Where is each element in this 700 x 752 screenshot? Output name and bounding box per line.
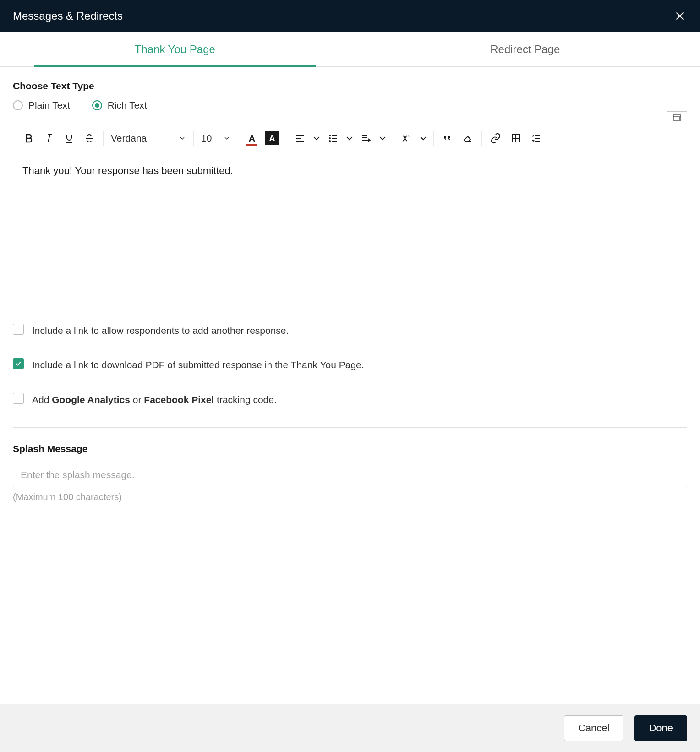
tab-thank-you-page[interactable]: Thank You Page xyxy=(0,32,350,66)
splash-message-hint: (Maximum 100 characters) xyxy=(13,492,687,502)
radio-rich-text[interactable]: Rich Text xyxy=(92,100,147,111)
tab-bar: Thank You Page Redirect Page xyxy=(0,32,700,67)
radio-label-plain: Plain Text xyxy=(28,100,70,111)
splash-message-label: Splash Message xyxy=(13,443,687,454)
chevron-down-icon xyxy=(179,135,186,142)
cancel-button[interactable]: Cancel xyxy=(564,715,623,741)
checkbox-label: Add Google Analytics or Facebook Pixel t… xyxy=(32,393,277,406)
checkbox-label: Include a link to allow respondents to a… xyxy=(32,324,289,337)
close-button[interactable] xyxy=(673,9,687,23)
expand-icon xyxy=(673,114,681,121)
close-icon xyxy=(674,10,686,22)
dialog-title: Messages & Redirects xyxy=(13,10,123,22)
underline-icon xyxy=(64,133,75,144)
link-button[interactable] xyxy=(486,128,506,148)
font-size-value: 10 xyxy=(201,133,212,144)
highlight-icon: A xyxy=(265,131,279,145)
chevron-down-icon xyxy=(418,133,429,144)
toolbar-separator xyxy=(433,131,434,146)
content-area: Choose Text Type Plain Text Rich Text Ve… xyxy=(0,67,700,704)
text-type-radio-group: Plain Text Rich Text xyxy=(13,100,687,111)
chevron-down-icon xyxy=(223,135,230,142)
font-color-button[interactable]: A xyxy=(242,128,262,148)
bold-button[interactable] xyxy=(19,128,39,148)
toolbar-separator xyxy=(238,131,238,146)
radio-icon xyxy=(13,100,23,110)
font-color-icon: A xyxy=(249,133,255,144)
svg-text:2: 2 xyxy=(408,134,410,138)
done-button[interactable]: Done xyxy=(634,715,687,741)
italic-button[interactable] xyxy=(39,128,59,148)
checkbox-add-another-response[interactable]: Include a link to allow respondents to a… xyxy=(13,324,687,337)
checkbox-label: Include a link to download PDF of submit… xyxy=(32,358,364,371)
line-height-button[interactable] xyxy=(526,128,546,148)
toolbar-separator xyxy=(286,131,286,146)
chevron-down-icon xyxy=(344,133,355,144)
svg-point-20 xyxy=(329,141,330,142)
toolbar-separator xyxy=(393,131,393,146)
align-left-icon xyxy=(295,133,306,144)
rich-text-editor-wrap: Verdana 10 A A xyxy=(13,124,687,309)
tab-redirect-page[interactable]: Redirect Page xyxy=(350,32,700,66)
dialog-header: Messages & Redirects xyxy=(0,0,700,32)
editor-content[interactable]: Thank you! Your response has been submit… xyxy=(13,153,687,309)
rich-text-editor: Verdana 10 A A xyxy=(13,124,687,309)
toolbar-separator xyxy=(481,131,482,146)
check-icon xyxy=(15,360,22,367)
quote-icon xyxy=(442,133,453,144)
strikethrough-button[interactable] xyxy=(79,128,99,148)
dialog-footer: Cancel Done xyxy=(0,704,700,752)
font-family-value: Verdana xyxy=(111,133,147,144)
italic-icon xyxy=(44,133,55,144)
script-button[interactable]: 2 xyxy=(397,128,430,148)
checkbox-tracking-code[interactable]: Add Google Analytics or Facebook Pixel t… xyxy=(13,393,687,406)
underline-button[interactable] xyxy=(59,128,79,148)
font-family-select[interactable]: Verdana xyxy=(107,133,190,144)
table-button[interactable] xyxy=(506,128,526,148)
radio-icon xyxy=(92,100,102,110)
svg-point-18 xyxy=(329,135,330,136)
checkbox-icon xyxy=(13,393,24,404)
chevron-down-icon xyxy=(377,133,388,144)
text-direction-icon xyxy=(361,133,372,144)
svg-point-19 xyxy=(329,138,330,139)
svg-line-9 xyxy=(48,135,50,142)
text-type-label: Choose Text Type xyxy=(13,81,687,92)
text-direction-button[interactable] xyxy=(356,128,389,148)
checkbox-icon xyxy=(13,324,24,335)
blockquote-button[interactable] xyxy=(438,128,458,148)
strikethrough-icon xyxy=(84,133,95,144)
checkbox-download-pdf[interactable]: Include a link to download PDF of submit… xyxy=(13,358,687,371)
radio-plain-text[interactable]: Plain Text xyxy=(13,100,70,111)
superscript-icon: 2 xyxy=(401,133,412,144)
clear-format-button[interactable] xyxy=(458,128,478,148)
section-divider xyxy=(13,427,687,428)
list-icon xyxy=(328,133,339,144)
toolbar-separator xyxy=(193,131,194,146)
splash-message-input[interactable] xyxy=(13,463,687,487)
editor-toolbar: Verdana 10 A A xyxy=(13,124,687,153)
list-button[interactable] xyxy=(323,128,356,148)
table-icon xyxy=(510,133,521,144)
eraser-icon xyxy=(462,133,473,144)
toolbar-separator xyxy=(103,131,104,146)
align-button[interactable] xyxy=(290,128,323,148)
font-size-select[interactable]: 10 xyxy=(197,133,234,144)
link-icon xyxy=(490,133,501,144)
line-height-icon xyxy=(530,133,541,144)
chevron-down-icon xyxy=(311,133,322,144)
radio-label-rich: Rich Text xyxy=(108,100,147,111)
editor-expand-button[interactable] xyxy=(667,111,687,124)
bold-icon xyxy=(23,133,34,144)
highlight-button[interactable]: A xyxy=(262,128,282,148)
checkbox-icon xyxy=(13,358,24,369)
font-color-swatch xyxy=(246,144,257,146)
